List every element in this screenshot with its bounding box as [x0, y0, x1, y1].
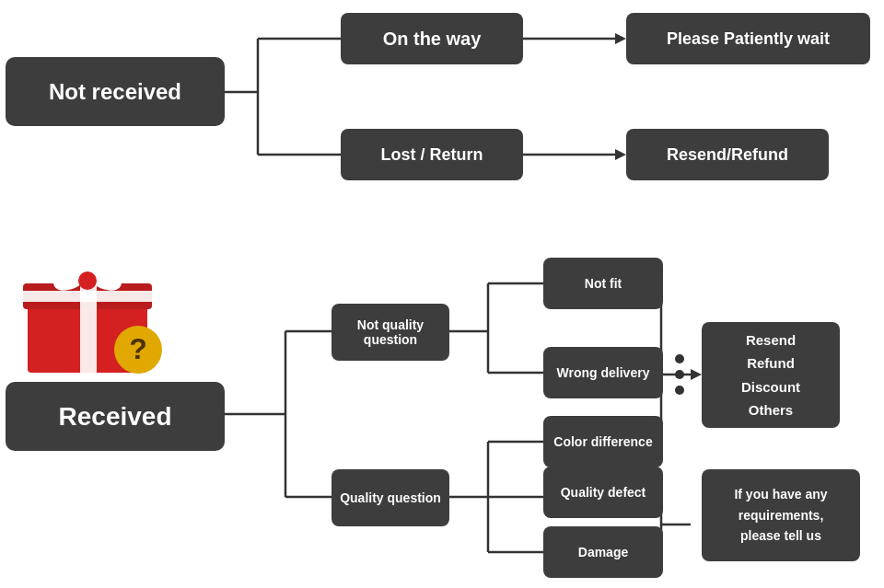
- resend-options-node: Resend Refund Discount Others: [702, 322, 840, 428]
- svg-marker-4: [615, 33, 626, 44]
- gift-box-icon: ?: [9, 230, 166, 386]
- svg-rect-40: [23, 291, 152, 302]
- svg-point-31: [675, 370, 684, 379]
- not-quality-node: Not quality question: [332, 304, 449, 361]
- not-received-node: Not received: [6, 57, 225, 126]
- please-wait-node: Please Patiently wait: [626, 13, 870, 64]
- not-fit-node: Not fit: [543, 258, 663, 309]
- svg-point-43: [78, 271, 97, 290]
- quality-question-node: Quality question: [332, 469, 449, 526]
- svg-point-30: [675, 354, 684, 363]
- on-the-way-node: On the way: [341, 13, 523, 64]
- requirements-node: If you have any requirements, please tel…: [702, 469, 860, 561]
- lost-return-node: Lost / Return: [341, 129, 523, 180]
- svg-marker-8: [615, 149, 626, 160]
- resend-refund-top-node: Resend/Refund: [626, 129, 829, 180]
- damage-node: Damage: [543, 526, 663, 578]
- diagram: ? Not received On the way Please Patient…: [0, 0, 884, 588]
- svg-marker-34: [691, 369, 702, 380]
- quality-defect-node: Quality defect: [543, 467, 663, 518]
- wrong-delivery-node: Wrong delivery: [543, 347, 663, 398]
- svg-point-32: [675, 386, 684, 395]
- color-difference-node: Color difference: [543, 416, 663, 467]
- svg-text:?: ?: [129, 332, 147, 365]
- received-node: Received: [6, 382, 225, 451]
